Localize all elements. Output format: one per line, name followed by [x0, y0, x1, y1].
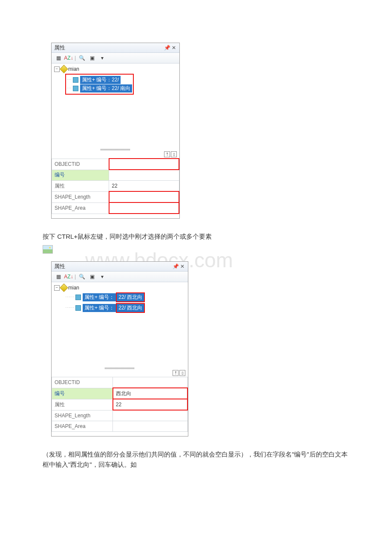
collapse-icon[interactable]: − [54, 285, 60, 291]
field-name: SHAPE_Area [52, 202, 109, 214]
table-row[interactable]: 编号 西北向 [52, 388, 188, 399]
resize-grip[interactable] [52, 367, 188, 370]
selected-items-highlight: ⋯ 属性+ 编号：22/ ⋯ 属性+ 编号：22/ 南向 [65, 74, 134, 95]
toggle-icon[interactable]: ▯ [171, 151, 177, 157]
field-value[interactable] [113, 421, 187, 432]
pin-icon[interactable]: 📌 [173, 263, 179, 269]
toggle-icon[interactable]: ▯ [179, 370, 185, 376]
grid-icon[interactable]: ▦ [54, 54, 63, 62]
zoom-icon[interactable]: 🔍 [78, 54, 86, 62]
grid-icon[interactable]: ▦ [54, 273, 63, 280]
dropdown-icon[interactable]: ▾ [98, 273, 107, 280]
tree-item-label: 属性+ 编号：22/ 南向 [80, 84, 132, 92]
grid-buttons: ⭱ ▯ [52, 370, 188, 377]
separator: | [75, 55, 76, 61]
sort-az-icon[interactable]: AZ↓ [64, 273, 73, 280]
panel-titlebar[interactable]: 属性 📌 ✕ [52, 262, 188, 272]
field-name: SHAPE_Area [52, 421, 113, 432]
separator: | [75, 274, 76, 280]
select-icon[interactable]: ▣ [88, 54, 96, 62]
field-value[interactable] [109, 170, 179, 181]
grid-buttons: ⭱ ▯ [52, 151, 179, 158]
tree-connector: ⋯ [67, 77, 71, 83]
property-grid: OBJECTID 编号 西北向 属性 22 SHAPE_Length SHAPE… [52, 377, 188, 432]
resize-grip[interactable] [52, 148, 179, 151]
field-name: 编号 [52, 388, 113, 399]
field-value[interactable] [113, 377, 187, 388]
field-name: 属性 [52, 399, 113, 410]
body-paragraph: （发现，相同属性值的部分会显示他们共同的值，不同的就会空白显示），我们在字段名"… [43, 449, 349, 470]
table-row[interactable]: OBJECTID [52, 377, 188, 388]
table-row[interactable]: SHAPE_Area [52, 421, 188, 432]
field-value[interactable] [109, 202, 179, 214]
sort-az-icon[interactable]: AZ↓ [64, 54, 73, 62]
zoom-icon[interactable]: 🔍 [78, 273, 86, 280]
tree-item-highlight: 22/ 西北向 [116, 303, 145, 313]
close-icon[interactable]: ✕ [171, 45, 177, 51]
root-label: mian [68, 66, 79, 72]
tree-item-label-left: 属性+ 编号： [83, 293, 116, 301]
tree-item-label-left: 属性+ 编号： [83, 304, 116, 312]
property-grid: OBJECTID 编号 属性 22 SHAPE_Length SHAPE_Are… [52, 158, 179, 214]
tree-item-label: 属性+ 编号：22/ [80, 76, 121, 84]
tree-item-label-right: 22/ 西北向 [117, 293, 144, 301]
tree-item[interactable]: ⋯⋯ 属性+ 编号： 22/ 西北向 [65, 303, 185, 313]
field-value[interactable] [109, 191, 179, 202]
table-row[interactable]: 属性 22 [52, 399, 188, 410]
field-value[interactable] [113, 410, 187, 421]
tree-item-label-right: 22/ 西北向 [117, 304, 144, 312]
root-label: mian [68, 285, 79, 291]
field-name: SHAPE_Length [52, 410, 113, 421]
pin-icon[interactable]: 📌 [164, 45, 170, 51]
tree-connector: ⋯ [67, 86, 71, 91]
field-value[interactable]: 22 [109, 181, 179, 192]
image-placeholder-icon [43, 245, 53, 254]
tree-item-highlight: 22/ 西北向 [116, 292, 145, 302]
field-name: OBJECTID [52, 377, 113, 388]
tree-view: − mian ⋯ 属性+ 编号：22/ ⋯ 属性+ 编号：22/ 南向 [52, 64, 179, 148]
attributes-panel-2: 属性 📌 ✕ ▦ AZ↓ | 🔍 ▣ ▾ − mian [51, 261, 188, 436]
table-row[interactable]: SHAPE_Area [52, 202, 179, 214]
panel-toolbar: ▦ AZ↓ | 🔍 ▣ ▾ [52, 272, 188, 282]
tree-root[interactable]: − mian [54, 66, 177, 72]
feature-icon [75, 305, 81, 311]
select-icon[interactable]: ▣ [88, 273, 96, 280]
tree-root[interactable]: − mian [54, 285, 185, 291]
layer-icon [60, 283, 68, 292]
close-icon[interactable]: ✕ [179, 263, 185, 269]
collapse-icon[interactable]: − [54, 66, 60, 72]
field-name: SHAPE_Length [52, 191, 109, 202]
table-row[interactable]: SHAPE_Length [52, 191, 179, 202]
panel-title: 属性 [54, 263, 172, 270]
tree-item[interactable]: ⋯ 属性+ 编号：22/ 南向 [67, 84, 132, 92]
table-row[interactable]: 属性 22 [52, 181, 179, 192]
field-value[interactable] [109, 159, 179, 170]
table-row[interactable]: SHAPE_Length [52, 410, 188, 421]
panel-title: 属性 [54, 44, 163, 52]
tree-item[interactable]: ⋯ 属性+ 编号：22/ [67, 76, 132, 84]
field-value[interactable]: 22 [113, 399, 187, 410]
tree-view: − mian ⋯⋯ 属性+ 编号： 22/ 西北向 ⋯⋯ [52, 282, 188, 367]
field-name: OBJECTID [52, 159, 109, 170]
table-row[interactable]: 编号 [52, 170, 179, 181]
table-row[interactable]: OBJECTID [52, 159, 179, 170]
field-name: 编号 [52, 170, 109, 181]
layer-icon [60, 65, 68, 73]
expand-icon[interactable]: ⭱ [164, 151, 170, 157]
attributes-panel-1: 属性 📌 ✕ ▦ AZ↓ | 🔍 ▣ ▾ − mian ⋯ [51, 43, 180, 219]
panel-toolbar: ▦ AZ↓ | 🔍 ▣ ▾ [52, 53, 179, 64]
body-paragraph: 按下 CTRL+鼠标左键，同时选中刚才选择的两个或多个要素 [43, 231, 349, 242]
feature-icon [75, 295, 81, 300]
feature-icon [73, 86, 78, 91]
field-name: 属性 [52, 181, 109, 192]
tree-connector: ⋯⋯ [65, 305, 74, 311]
tree-item[interactable]: ⋯⋯ 属性+ 编号： 22/ 西北向 [65, 292, 185, 302]
dropdown-icon[interactable]: ▾ [98, 54, 107, 62]
field-value[interactable]: 西北向 [113, 388, 187, 399]
tree-connector: ⋯⋯ [65, 295, 74, 300]
feature-icon [73, 77, 78, 83]
expand-icon[interactable]: ⭱ [173, 370, 179, 376]
panel-titlebar[interactable]: 属性 📌 ✕ [52, 43, 179, 53]
